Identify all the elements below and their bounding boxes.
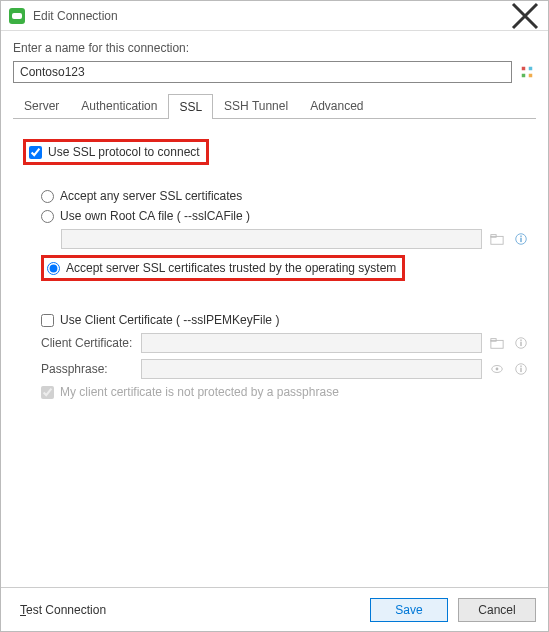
ca-file-row	[61, 229, 530, 249]
info-passphrase-icon[interactable]	[512, 360, 530, 378]
own-ca-radio[interactable]	[41, 210, 54, 223]
svg-point-15	[496, 368, 499, 371]
tab-authentication[interactable]: Authentication	[70, 93, 168, 118]
tab-ssh-tunnel-label: SSH Tunnel	[224, 99, 288, 113]
no-passphrase-label: My client certificate is not protected b…	[60, 385, 339, 399]
tab-server-label: Server	[24, 99, 59, 113]
name-row	[13, 61, 536, 83]
os-trusted-row: Accept server SSL certificates trusted b…	[41, 255, 530, 281]
highlight-os-trusted: Accept server SSL certificates trusted b…	[41, 255, 405, 281]
os-trusted-radio[interactable]	[47, 262, 60, 275]
ssl-tab-body: Use SSL protocol to connect Accept any s…	[13, 119, 536, 587]
svg-rect-2	[522, 74, 526, 78]
accept-any-radio[interactable]	[41, 190, 54, 203]
client-cert-label: Client Certificate:	[41, 336, 141, 350]
os-trusted-label: Accept server SSL certificates trusted b…	[66, 261, 396, 275]
client-cert-row: Client Certificate:	[41, 333, 530, 353]
dialog-content: Enter a name for this connection: Server…	[1, 31, 548, 587]
browse-cert-icon[interactable]	[488, 334, 506, 352]
passphrase-input	[141, 359, 482, 379]
highlight-use-ssl: Use SSL protocol to connect	[23, 139, 209, 165]
test-connection-button[interactable]: Test Connection	[13, 599, 113, 621]
svg-rect-13	[520, 340, 521, 341]
titlebar: Edit Connection	[1, 1, 548, 31]
svg-rect-8	[520, 236, 521, 237]
browse-ca-icon[interactable]	[488, 230, 506, 248]
info-cert-icon[interactable]	[512, 334, 530, 352]
tab-advanced[interactable]: Advanced	[299, 93, 374, 118]
svg-rect-3	[529, 74, 533, 78]
save-label: Save	[395, 603, 422, 617]
test-connection-label: Test Connection	[20, 603, 106, 617]
close-icon[interactable]	[510, 2, 540, 30]
ca-file-input	[61, 229, 482, 249]
tab-advanced-label: Advanced	[310, 99, 363, 113]
accept-any-label: Accept any server SSL certificates	[60, 189, 242, 203]
passphrase-label: Passphrase:	[41, 362, 141, 376]
app-icon	[9, 8, 25, 24]
tab-ssl-label: SSL	[179, 100, 202, 114]
svg-rect-18	[520, 366, 521, 367]
tab-ssl[interactable]: SSL	[168, 94, 213, 119]
connection-name-input[interactable]	[13, 61, 512, 83]
use-client-cert-row: Use Client Certificate ( --sslPEMKeyFile…	[41, 313, 530, 327]
tab-server[interactable]: Server	[13, 93, 70, 118]
tab-bar: Server Authentication SSL SSH Tunnel Adv…	[13, 93, 536, 119]
dialog-footer: Test Connection Save Cancel	[1, 587, 548, 631]
cancel-button[interactable]: Cancel	[458, 598, 536, 622]
use-ssl-checkbox[interactable]	[29, 146, 42, 159]
cancel-label: Cancel	[478, 603, 515, 617]
window-title: Edit Connection	[33, 9, 510, 23]
svg-rect-7	[520, 238, 521, 242]
save-button[interactable]: Save	[370, 598, 448, 622]
dialog-window: Edit Connection Enter a name for this co…	[0, 0, 549, 632]
client-cert-input	[141, 333, 482, 353]
use-ssl-label: Use SSL protocol to connect	[48, 145, 200, 159]
svg-rect-17	[520, 368, 521, 372]
no-passphrase-checkbox	[41, 386, 54, 399]
use-ssl-row: Use SSL protocol to connect	[23, 139, 530, 165]
tab-ssh-tunnel[interactable]: SSH Tunnel	[213, 93, 299, 118]
no-passphrase-row: My client certificate is not protected b…	[41, 385, 530, 399]
reveal-passphrase-icon[interactable]	[488, 360, 506, 378]
passphrase-row: Passphrase:	[41, 359, 530, 379]
info-ca-icon[interactable]	[512, 230, 530, 248]
own-ca-label: Use own Root CA file ( --sslCAFile )	[60, 209, 250, 223]
use-client-cert-checkbox[interactable]	[41, 314, 54, 327]
svg-rect-0	[522, 67, 526, 71]
svg-rect-12	[520, 342, 521, 346]
own-ca-row: Use own Root CA file ( --sslCAFile )	[41, 209, 530, 223]
use-client-cert-label: Use Client Certificate ( --sslPEMKeyFile…	[60, 313, 279, 327]
name-prompt: Enter a name for this connection:	[13, 41, 536, 55]
tab-authentication-label: Authentication	[81, 99, 157, 113]
options-icon[interactable]	[518, 63, 536, 81]
accept-any-row: Accept any server SSL certificates	[41, 189, 530, 203]
svg-rect-1	[529, 67, 533, 71]
